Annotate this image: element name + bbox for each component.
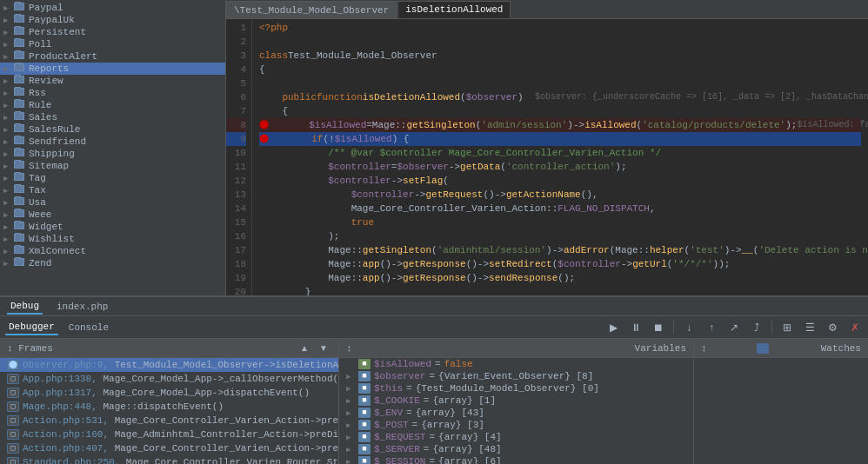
folder-icon	[14, 124, 26, 135]
btn-variables[interactable]: ☰	[802, 320, 818, 335]
subtab-console[interactable]: Console	[65, 321, 112, 335]
var-name: $_COOKIE	[374, 395, 420, 406]
tree-item-wishlist[interactable]: ▶ Wishlist	[0, 233, 225, 245]
tree-item-shipping[interactable]: ▶ Shipping	[0, 148, 225, 160]
tab-index[interactable]: index.php	[53, 300, 111, 314]
tree-label: Widget	[29, 222, 63, 232]
expand-arrow[interactable]: ▶	[346, 457, 355, 465]
code-line-5	[259, 76, 861, 90]
frame-item-7[interactable]: ▢ Standard.php:250, Mage_Core_Controller…	[0, 455, 338, 464]
btn-step-into[interactable]: ↑	[704, 320, 719, 335]
tree-item-sitemap[interactable]: ▶ Sitemap	[0, 160, 225, 172]
var-item-observer[interactable]: ▶ ■ $observer = {Varien_Event_Observer} …	[339, 370, 693, 382]
folder-icon	[14, 63, 26, 74]
btn-frames-down[interactable]: ▼	[316, 341, 331, 356]
var-type-icon: ■	[358, 444, 371, 454]
code-line-17: Mage::getSingleton('adminhtml/session')-…	[259, 243, 861, 257]
expand-arrow[interactable]: ▶	[346, 396, 355, 406]
var-item-post[interactable]: ▶ ■ $_POST = {array} [3]	[339, 419, 693, 431]
btn-run-to-cursor[interactable]: ⤴	[749, 320, 765, 335]
tree-item-rule[interactable]: ▶ Rule	[0, 99, 225, 111]
var-item-this[interactable]: ▶ ■ $this = {Test_Module_Model_Observer}…	[339, 382, 693, 394]
var-item-isallowed[interactable]: ⠀ ■ $isAllowed = false	[339, 358, 693, 370]
tree-item-rss[interactable]: ▶ Rss	[0, 87, 225, 99]
frame-item-1[interactable]: ▢ App.php:1338, Mage_Core_Model_App->_ca…	[0, 372, 338, 386]
btn-settings[interactable]: ⚙	[825, 320, 840, 335]
line-numbers: 12345 67 8 9 1011121314 1516171819 20212…	[226, 19, 252, 295]
tree-item-weee[interactable]: ▶ Weee	[0, 209, 225, 221]
tree-arrow: ▶	[3, 89, 14, 98]
tree-item-paypal[interactable]: ▶ Paypal	[0, 2, 225, 14]
var-item-request[interactable]: ▶ ■ $_REQUEST = {array} [4]	[339, 431, 693, 443]
code-line-18: Mage::app()->getResponse()->setRedirect(…	[259, 257, 861, 271]
btn-pause[interactable]: ⏸	[628, 320, 644, 335]
tree-item-review[interactable]: ▶ Review	[0, 75, 225, 87]
btn-close[interactable]: ✗	[847, 320, 863, 335]
debugger-panel: Debug index.php Debugger Console ▶ ⏸ ⏹ ↓…	[0, 295, 868, 464]
file-tree[interactable]: ▶ Paypal ▶ PaypalUk ▶ Persistent ▶ Poll …	[0, 0, 226, 295]
code-lines: <?php class Test_Module_Model_Observer {…	[252, 19, 868, 295]
expand-arrow[interactable]: ▶	[346, 384, 355, 394]
tab-is-deletion-allowed[interactable]: isDeletionAllowed	[397, 1, 511, 18]
tree-item-salesrule[interactable]: ▶ SalesRule	[0, 123, 225, 136]
frame-item-0[interactable]: ⬤ Observer.php:9, Test_Module_Model_Obse…	[0, 358, 338, 372]
expand-arrow[interactable]: ▶	[346, 433, 355, 442]
var-item-session[interactable]: ▶ ■ $_SESSION = {array} [6]	[339, 455, 693, 464]
frames-list[interactable]: ⬤ Observer.php:9, Test_Module_Model_Obse…	[0, 358, 338, 464]
var-item-env[interactable]: ▶ ■ $_ENV = {array} [43]	[339, 407, 693, 419]
tree-item-paypaluk[interactable]: ▶ PaypalUk	[0, 14, 225, 26]
tree-arrow: ▶	[3, 28, 14, 37]
tree-item-usa[interactable]: ▶ Usa	[0, 196, 225, 209]
tree-item-sendfriend[interactable]: ▶ Sendfriend	[0, 136, 225, 148]
btn-resume[interactable]: ▶	[605, 320, 621, 335]
btn-step-out[interactable]: ↗	[726, 320, 742, 335]
tree-label: Wishlist	[29, 234, 75, 244]
error-marker-8: ⬤	[259, 118, 269, 132]
tree-item-sales[interactable]: ▶ Sales	[0, 111, 225, 123]
tree-item-tax[interactable]: ▶ Tax	[0, 184, 225, 196]
expand-arrow[interactable]: ▶	[346, 408, 355, 418]
btn-step-over[interactable]: ↓	[681, 320, 697, 335]
tree-item-poll[interactable]: ▶ Poll	[0, 38, 225, 50]
tab-observer[interactable]: \Test_Module_Model_Observer	[226, 1, 397, 18]
var-type-icon: ■	[358, 432, 371, 442]
code-line-16: );	[259, 229, 861, 243]
subtab-debugger[interactable]: Debugger	[5, 320, 58, 335]
frame-item-3[interactable]: ▢ Mage.php:448, Mage::dispatchEvent()	[0, 400, 338, 414]
tree-item-widget[interactable]: ▶ Widget	[0, 221, 225, 233]
tree-item-tag[interactable]: ▶ Tag	[0, 172, 225, 184]
btn-frames-up[interactable]: ▲	[297, 341, 312, 356]
var-item-server[interactable]: ▶ ■ $_SERVER = {array} [48]	[339, 443, 693, 455]
frames-nav[interactable]: ▲ ▼	[297, 341, 331, 356]
tab-debug[interactable]: Debug	[7, 299, 43, 315]
tree-item-xmlconnect[interactable]: ▶ XmlConnect	[0, 245, 225, 257]
code-line-4: {	[259, 63, 861, 76]
frame-item-4[interactable]: ▢ Action.php:531, Mage_Core_Controller_V…	[0, 414, 338, 428]
tree-label: Zend	[29, 258, 51, 268]
folder-icon	[14, 246, 26, 256]
frame-item-5[interactable]: ▢ Action.php:160, Mage_Adminhtml_Control…	[0, 428, 338, 441]
tree-item-zend[interactable]: ▶ Zend	[0, 257, 225, 269]
code-content[interactable]: 12345 67 8 9 1011121314 1516171819 20212…	[226, 19, 868, 295]
btn-stop[interactable]: ⏹	[651, 320, 666, 335]
var-item-cookie[interactable]: ▶ ■ $_COOKIE = {array} [1]	[339, 394, 693, 407]
frame-item-6[interactable]: ▢ Action.php:407, Mage_Core_Controller_V…	[0, 441, 338, 455]
expand-arrow[interactable]: ▶	[346, 445, 355, 454]
expand-arrow[interactable]: ⠀	[346, 360, 355, 369]
tree-item-reports[interactable]: ▶ Reports	[0, 63, 225, 75]
folder-icon	[14, 51, 26, 62]
frame-item-2[interactable]: ▢ App.php:1317, Mage_Core_Model_App->dis…	[0, 386, 338, 400]
tree-item-productalert[interactable]: ▶ ProductAlert	[0, 50, 225, 63]
code-line-19: Mage::app()->getResponse()->sendResponse…	[259, 271, 861, 285]
watches-list[interactable]	[694, 358, 868, 464]
code-line-1: <?php	[259, 21, 861, 35]
btn-frames[interactable]: ⊞	[779, 320, 795, 335]
tree-item-persistent[interactable]: ▶ Persistent	[0, 26, 225, 38]
folder-icon	[14, 3, 26, 13]
frame-icon: ⬤	[7, 360, 19, 370]
tree-arrow: ▶	[3, 186, 14, 196]
var-list[interactable]: ⠀ ■ $isAllowed = false ▶ ■ $observer = {…	[339, 358, 693, 464]
tree-arrow: ▶	[3, 40, 14, 50]
expand-arrow[interactable]: ▶	[346, 421, 355, 430]
expand-arrow[interactable]: ▶	[346, 372, 355, 381]
